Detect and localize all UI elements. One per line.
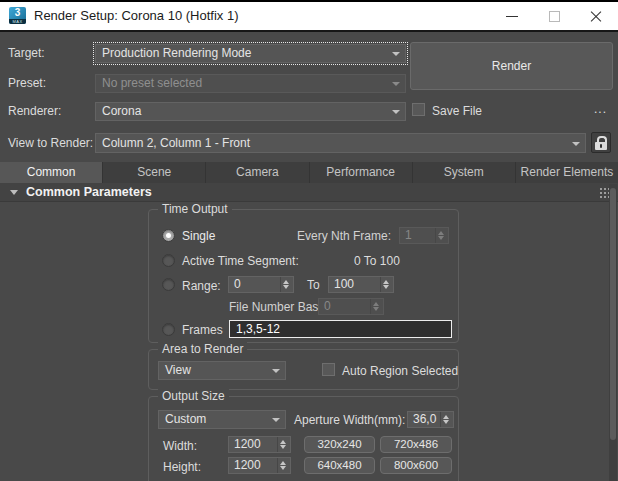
tab-performance[interactable]: Performance	[309, 162, 412, 183]
chevron-down-icon	[272, 369, 280, 373]
chevron-down-icon	[392, 110, 400, 114]
renderer-label: Renderer:	[8, 104, 61, 118]
tab-render-elements[interactable]: Render Elements	[515, 162, 618, 183]
app-icon-number: 3	[9, 7, 26, 18]
spinner-arrows-icon[interactable]	[440, 412, 453, 427]
tab-common[interactable]: Common	[0, 162, 102, 183]
minimize-button[interactable]	[492, 2, 534, 30]
range-radio[interactable]	[162, 278, 175, 291]
vertical-scrollbar[interactable]	[609, 184, 617, 481]
time-output-group: Time Output Single Every Nth Frame: 1 Ac…	[148, 209, 459, 343]
minimize-icon	[506, 16, 518, 17]
frames-radio[interactable]	[162, 323, 175, 336]
tab-bar: Common Scene Camera Performance System R…	[0, 162, 618, 183]
target-value: Production Rendering Mode	[102, 46, 251, 60]
rollout-title: Common Parameters	[26, 185, 152, 199]
aperture-width-value: 36,0	[408, 412, 440, 427]
width-spinner[interactable]: 1200	[228, 436, 291, 453]
area-to-render-dropdown[interactable]: View	[158, 361, 286, 380]
area-to-render-title: Area to Render	[158, 342, 247, 356]
preset-label: Preset:	[8, 76, 46, 90]
spinner-arrows-icon[interactable]	[277, 458, 290, 473]
common-parameters-rollout-header[interactable]: Common Parameters	[0, 183, 618, 202]
auto-region-checkbox[interactable]	[322, 363, 335, 376]
drag-grip-icon	[600, 188, 602, 190]
auto-region-label: Auto Region Selected	[342, 364, 458, 378]
height-value: 1200	[229, 458, 277, 473]
dialog-body: Target: Production Rendering Mode Render…	[0, 30, 618, 481]
maximize-icon	[549, 11, 560, 22]
tab-system[interactable]: System	[412, 162, 515, 183]
output-size-value: Custom	[165, 412, 206, 426]
single-radio[interactable]	[162, 229, 175, 242]
render-button[interactable]: Render	[410, 42, 613, 90]
3ds-max-app-icon: 3 MAX	[9, 7, 26, 24]
area-to-render-value: View	[165, 363, 191, 377]
viewport-lock-button[interactable]	[591, 132, 611, 153]
tab-scene[interactable]: Scene	[102, 162, 205, 183]
height-label: Height:	[163, 460, 201, 474]
tab-camera[interactable]: Camera	[205, 162, 308, 183]
file-number-base-spinner[interactable]: 0	[318, 298, 384, 315]
preset-320x240-button[interactable]: 320x240	[304, 436, 375, 453]
close-button[interactable]	[576, 2, 618, 30]
renderer-value: Corona	[102, 104, 141, 118]
every-nth-frame-value: 1	[400, 228, 435, 243]
view-to-render-dropdown[interactable]: Column 2, Column 1 - Front	[95, 133, 586, 153]
time-output-title: Time Output	[158, 202, 232, 216]
window-controls	[492, 2, 618, 30]
active-time-segment-label: Active Time Segment:	[182, 254, 299, 268]
spinner-arrows-icon[interactable]	[277, 437, 290, 452]
preset-value: No preset selected	[102, 76, 202, 90]
width-label: Width:	[163, 439, 197, 453]
view-to-render-label: View to Render:	[8, 136, 93, 150]
every-nth-frame-spinner[interactable]: 1	[399, 227, 449, 244]
range-from-value: 0	[229, 277, 280, 292]
height-spinner[interactable]: 1200	[228, 457, 291, 474]
collapse-arrow-icon	[10, 190, 18, 195]
spinner-arrows-icon[interactable]	[435, 228, 448, 243]
chevron-down-icon	[392, 82, 400, 86]
range-from-spinner[interactable]: 0	[228, 276, 294, 293]
spinner-arrows-icon[interactable]	[280, 277, 293, 292]
titlebar: 3 MAX Render Setup: Corona 10 (Hotfix 1)	[0, 2, 618, 30]
file-number-base-label: File Number Base:	[229, 300, 328, 314]
output-size-title: Output Size	[158, 389, 229, 403]
renderer-dropdown[interactable]: Corona	[95, 102, 406, 121]
aperture-width-spinner[interactable]: 36,0	[407, 411, 454, 428]
active-time-segment-radio[interactable]	[162, 254, 175, 267]
common-parameters-panel: Time Output Single Every Nth Frame: 1 Ac…	[0, 202, 618, 481]
preset-800x600-button[interactable]: 800x600	[380, 457, 452, 474]
target-label: Target:	[8, 46, 45, 60]
chevron-down-icon	[392, 52, 400, 56]
spinner-arrows-icon[interactable]	[370, 299, 383, 314]
area-to-render-group: Area to Render View Auto Region Selected	[148, 349, 459, 390]
target-dropdown[interactable]: Production Rendering Mode	[95, 44, 406, 63]
view-to-render-value: Column 2, Column 1 - Front	[102, 136, 250, 150]
chevron-down-icon	[572, 142, 580, 146]
frames-input[interactable]: 1,3,5-12	[229, 320, 452, 338]
output-size-group: Output Size Custom Aperture Width(mm): 3…	[148, 396, 459, 481]
preset-640x480-button[interactable]: 640x480	[304, 457, 375, 474]
spinner-arrows-icon[interactable]	[380, 277, 393, 292]
preset-dropdown[interactable]: No preset selected	[95, 74, 406, 93]
save-file-label: Save File	[432, 104, 482, 118]
files-browse-button[interactable]: ...	[594, 102, 607, 116]
single-label: Single	[182, 229, 215, 243]
preset-720x486-button[interactable]: 720x486	[380, 436, 452, 453]
lock-icon	[595, 142, 607, 150]
scrollbar-thumb[interactable]	[610, 188, 616, 440]
app-icon-sub: MAX	[9, 19, 26, 24]
output-size-dropdown[interactable]: Custom	[158, 410, 286, 429]
window-title: Render Setup: Corona 10 (Hotfix 1)	[34, 2, 239, 30]
active-time-segment-range: 0 To 100	[354, 254, 400, 268]
range-label: Range:	[182, 279, 221, 293]
width-value: 1200	[229, 437, 277, 452]
file-number-base-value: 0	[319, 299, 370, 314]
render-setup-window: 3 MAX Render Setup: Corona 10 (Hotfix 1)…	[0, 0, 618, 481]
save-file-checkbox[interactable]	[412, 103, 425, 116]
frames-label: Frames	[182, 323, 223, 337]
range-to-spinner[interactable]: 100	[328, 276, 394, 293]
chevron-down-icon	[272, 418, 280, 422]
maximize-button[interactable]	[534, 2, 576, 30]
